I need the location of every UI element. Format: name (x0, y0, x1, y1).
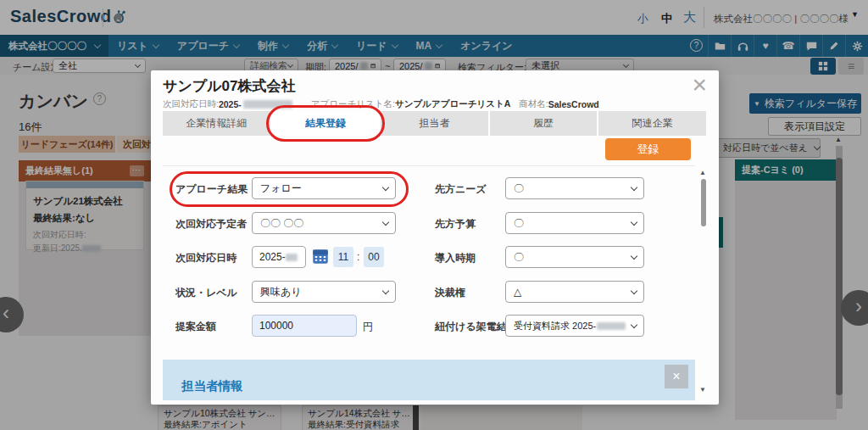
proposal-amount-input[interactable] (252, 315, 357, 337)
modal-scroll-down-icon[interactable]: ▼ (699, 386, 706, 394)
hour-input[interactable]: 11 (333, 247, 353, 267)
tab-related-companies[interactable]: 関連企業 (598, 111, 706, 136)
product-value: SalesCrowd (548, 99, 599, 109)
time-colon: : (357, 251, 359, 263)
approach-list-label: アプローチリスト名: (311, 98, 395, 110)
next-date-label: 次回対応日時: (163, 98, 219, 110)
amount-unit: 円 (363, 320, 373, 334)
contact-person-section-title: 担当者情報 (181, 378, 243, 394)
next-date-input[interactable]: 2025- (252, 246, 306, 268)
modal-title: サンプル07株式会社 (163, 76, 296, 96)
approach-list-value: サンプルアプローチリストA (395, 98, 510, 110)
status-level-select[interactable]: 興味あり (252, 281, 396, 303)
proposal-amount-label: 提案金額 (175, 320, 216, 334)
tab-contact-person[interactable]: 担当者 (381, 111, 488, 136)
company-detail-modal: × サンプル07株式会社 次回対応日時:2025- アプローチリスト名:サンプル… (151, 70, 719, 405)
client-needs-select[interactable]: 〇 (505, 177, 644, 199)
modal-subheader: 次回対応日時:2025- アプローチリスト名:サンプルアプローチリストA 商材名… (163, 98, 599, 110)
client-needs-label: 先方ニーズ (435, 182, 487, 197)
linked-call-result-select[interactable]: 受付資料請求 2025- (505, 315, 644, 337)
next-person-label: 次回対応予定者 (175, 217, 247, 232)
next-person-select[interactable]: 〇〇 〇〇 (252, 212, 396, 234)
approach-result-label: アプローチ結果 (175, 182, 248, 197)
next-date-value: 2025- (219, 99, 242, 109)
tab-company-info[interactable]: 企業情報詳細 (163, 111, 270, 136)
modal-scrollbar-thumb[interactable] (701, 179, 706, 226)
client-budget-label: 先方予算 (435, 217, 476, 232)
modal-divider (163, 165, 695, 166)
tab-result-registration[interactable]: 結果登録 (272, 111, 380, 136)
app-window: SalesCrowd 小 中 大 株式会社〇〇〇〇 | 〇〇〇〇様 ▼ 株式会社… (0, 0, 868, 430)
introduction-timing-label: 導入時期 (435, 251, 476, 265)
introduction-timing-select[interactable]: 〇 (505, 246, 644, 268)
status-level-label: 状況・レベル (175, 286, 237, 300)
calendar-icon[interactable] (312, 248, 329, 268)
close-icon[interactable]: × (692, 72, 707, 98)
contact-person-section: 担当者情報 × (163, 360, 695, 400)
decision-authority-select[interactable]: △ (505, 281, 644, 303)
minute-input[interactable]: 00 (364, 247, 384, 267)
modal-scroll-up-icon[interactable]: ▲ (699, 169, 706, 176)
modal-tabs: 企業情報詳細 結果登録 担当者 履歴 関連企業 (163, 111, 706, 136)
decision-authority-label: 決裁権 (435, 286, 465, 300)
client-budget-select[interactable]: 〇 (505, 212, 644, 234)
approach-result-select[interactable]: フォロー (252, 177, 396, 199)
section-close-icon[interactable]: × (665, 365, 688, 388)
product-label: 商材名: (519, 98, 548, 110)
next-datetime-label: 次回対応日時 (175, 251, 236, 265)
register-button[interactable]: 登録 (605, 138, 691, 160)
tab-history[interactable]: 履歴 (490, 111, 598, 136)
